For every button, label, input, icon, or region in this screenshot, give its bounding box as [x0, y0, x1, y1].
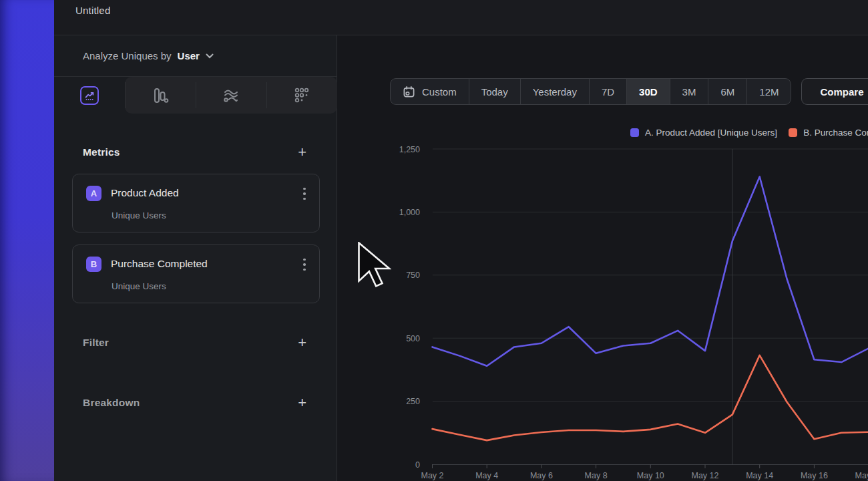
date-range-segmented-control: Custom Today Yesterday 7D 30D 3M 6M 12M [390, 78, 791, 105]
range-12m-button[interactable]: 12M [746, 79, 791, 104]
metric-measurement[interactable]: Unique Users [112, 281, 166, 291]
metric-card-a[interactable]: A Product Added Unique Users [72, 174, 320, 232]
add-metric-button[interactable]: + [298, 146, 306, 158]
legend-label-a: A. Product Added [Unique Users] [645, 128, 777, 138]
range-3m-button[interactable]: 3M [670, 79, 708, 104]
breakdown-header: Breakdown + [83, 396, 306, 410]
add-filter-button[interactable]: + [298, 337, 306, 349]
metrics-header: Metrics + [83, 146, 306, 159]
tab-bar-chart[interactable] [125, 77, 196, 114]
top-header: Untitled [54, 0, 868, 35]
range-today-button[interactable]: Today [469, 79, 520, 104]
analyze-value-dropdown[interactable]: User [178, 50, 200, 61]
metric-badge: A [86, 186, 101, 201]
calendar-icon [403, 86, 415, 98]
tab-dot-grid[interactable] [266, 77, 337, 114]
kebab-vertical-icon[interactable] [299, 257, 310, 272]
legend-swatch-b [789, 128, 797, 137]
range-30d-button[interactable]: 30D [626, 79, 670, 104]
range-custom-button[interactable]: Custom [391, 79, 469, 104]
legend-item-a[interactable]: A. Product Added [Unique Users] [630, 128, 777, 138]
metric-card-b[interactable]: B Purchase Completed Unique Users [72, 245, 320, 303]
tab-line-chart[interactable] [54, 77, 125, 114]
legend-item-b[interactable]: B. Purchase Completed [Unique Users] [789, 128, 868, 138]
metric-title[interactable]: Product Added [111, 187, 179, 199]
bar-chart-icon [152, 87, 169, 104]
metrics-label: Metrics [83, 146, 120, 158]
nav-rail [0, 0, 54, 481]
add-breakdown-button[interactable]: + [298, 397, 306, 409]
metric-badge: B [86, 257, 101, 272]
kebab-vertical-icon[interactable] [299, 186, 310, 201]
metric-measurement[interactable]: Unique Users [112, 210, 166, 220]
range-yesterday-button[interactable]: Yesterday [520, 79, 589, 104]
metric-title[interactable]: Purchase Completed [111, 258, 208, 270]
chart-panel: Custom Today Yesterday 7D 30D 3M 6M 12M … [337, 35, 868, 481]
analytics-app: { "header": { "title": "Untitled" }, "si… [0, 0, 868, 481]
analyze-row: Analyze Uniques by User [54, 35, 337, 77]
filter-header: Filter + [83, 336, 306, 349]
analyze-label: Analyze Uniques by [83, 50, 172, 61]
date-range-toolbar: Custom Today Yesterday 7D 30D 3M 6M 12M … [390, 78, 868, 105]
tab-flow[interactable] [196, 77, 266, 114]
filter-label: Filter [83, 337, 109, 349]
chevron-down-icon[interactable] [206, 53, 214, 59]
flow-icon [222, 87, 240, 104]
range-7d-button[interactable]: 7D [589, 79, 626, 104]
query-sidebar: Analyze Uniques by User [54, 35, 337, 481]
compare-button[interactable]: Compare [801, 78, 868, 105]
breakdown-label: Breakdown [83, 397, 140, 409]
report-title[interactable]: Untitled [75, 5, 110, 16]
legend-swatch-a [630, 128, 639, 137]
line-chart-icon [80, 86, 99, 105]
chart-type-tabs [54, 77, 337, 114]
chart-legend: A. Product Added [Unique Users] B. Purch… [630, 128, 868, 138]
legend-label-b: B. Purchase Completed [Unique Users] [803, 128, 868, 138]
dot-grid-icon [293, 87, 310, 104]
range-6m-button[interactable]: 6M [708, 79, 746, 104]
